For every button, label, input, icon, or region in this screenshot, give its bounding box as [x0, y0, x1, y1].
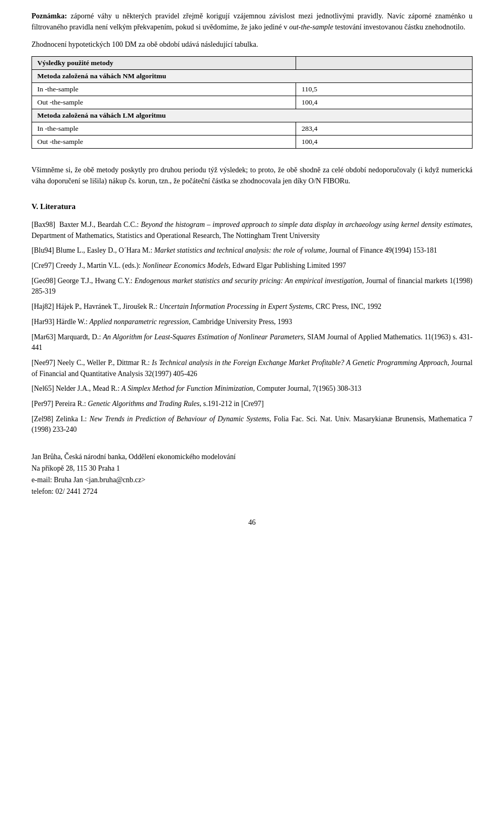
ref-Mar63: [Mar63] Marquardt, D.: An Algorithm for … [32, 332, 472, 354]
page-number: 46 [32, 518, 472, 527]
ref-Zel98: [Zel98] Zelinka I.: New Trends in Predic… [32, 414, 472, 435]
note-label: Poznámka: [32, 12, 67, 20]
ref-Mar63-italic: An Algorithm for Least-Squares Estimatio… [103, 333, 306, 341]
table-cell-out-lm-val: 100,4 [296, 136, 472, 149]
table-header-col1: Výsledky použité metody [32, 57, 296, 70]
ref-Blu94-italic: Market statistics and technical analysis… [154, 246, 327, 254]
table-row: Out -the-sample 100,4 [32, 136, 472, 149]
table-subheader-nm: Metoda založená na váhách NM algoritmu [32, 70, 472, 83]
contact-line1: Jan Brůha, Česká národní banka, Oddělení… [32, 451, 472, 463]
ref-Nel65-italic: A Simplex Method for Function Minimizati… [121, 384, 255, 392]
table-cell-out-nm: Out -the-sample [32, 96, 296, 109]
table-cell-in-nm-val: 110,5 [296, 83, 472, 96]
results-table: Výsledky použité metody Metoda založená … [32, 56, 472, 149]
ref-Cre97: [Cre97] Creedy J., Martin V.L. (eds.): N… [32, 261, 472, 272]
ref-Zel98-italic: New Trends in Prediction of Behaviour of… [89, 415, 271, 423]
table-row: Out -the-sample 100,4 [32, 96, 472, 109]
ref-Cre97-italic: Nonlinear Economics Models, [142, 262, 230, 269]
table-cell-out-lm: Out -the-sample [32, 136, 296, 149]
paragraph-2: Zhodnocení hypotetických 100 DM za obě o… [32, 39, 472, 50]
ref-Haj82-italic: Uncertain Information Processing in Expe… [159, 303, 314, 310]
contact-line2: Na příkopě 28, 115 30 Praha 1 [32, 463, 472, 474]
ref-Bax98: [Bax98] Baxter M.J., Beardah C.C.: Beyon… [32, 220, 472, 241]
ref-Nee97-italic: Is Technical analysis in the Foreign Exc… [152, 359, 449, 367]
table-cell-in-lm: In -the-sample [32, 122, 296, 136]
ref-Haj82: [Haj82] Hájek P., Havránek T., Jiroušek … [32, 302, 472, 313]
contact-block: Jan Brůha, Česká národní banka, Oddělení… [32, 451, 472, 497]
table-header-row: Výsledky použité metody [32, 57, 472, 70]
ref-Per97-italic: Genetic Algorithms and Trading Rules, [88, 400, 201, 408]
table-subheader-lm-label: Metoda založená na váhách LM algoritmu [32, 109, 472, 122]
page-content: Poznámka: záporné váhy u některých pravi… [32, 11, 472, 527]
contact-line4: telefon: 02/ 2441 2724 [32, 486, 472, 497]
ref-Har93: [Har93] Härdle W.: Applied nonparametric… [32, 317, 472, 328]
table-cell-in-lm-val: 283,4 [296, 122, 472, 136]
table-subheader-lm: Metoda založená na váhách LM algoritmu [32, 109, 472, 122]
ref-Har93-italic: Applied nonparametric regression, [89, 318, 191, 326]
paragraph-1: Poznámka: záporné váhy u některých pravi… [32, 11, 472, 33]
ref-Geo98: [Geo98] George T.J., Hwang C.Y.: Endogen… [32, 276, 472, 297]
paragraph-3: Všimněme si, že obě metody poskytly pro … [32, 164, 472, 186]
ref-Nee97: [Nee97] Neely C., Weller P., Dittmar R.:… [32, 358, 472, 379]
ref-Bax98-italic: Beyond the histogram – improved approach… [141, 221, 472, 228]
ref-Nel65: [Nel65] Nelder J.A., Mead R.: A Simplex … [32, 383, 472, 394]
table-cell-out-nm-val: 100,4 [296, 96, 472, 109]
ref-Geo98-italic: Endogenous market statistics and securit… [134, 277, 364, 285]
literatura-section: V. Literatura [Bax98] Baxter M.J., Beard… [32, 202, 472, 435]
ref-Per97: [Per97] Pereira R.: Genetic Algorithms a… [32, 399, 472, 410]
table-header-col2 [296, 57, 472, 70]
table-row: In -the-sample 283,4 [32, 122, 472, 136]
table-subheader-nm-label: Metoda založená na váhách NM algoritmu [32, 70, 472, 83]
contact-line3: e-mail: Bruha Jan <jan.bruha@cnb.cz> [32, 474, 472, 486]
literatura-title: V. Literatura [32, 202, 472, 211]
table-cell-in-nm: In -the-sample [32, 83, 296, 96]
ref-Blu94: [Blu94] Blume L., Easley D., O´Hara M.: … [32, 245, 472, 256]
table-row: In -the-sample 110,5 [32, 83, 472, 96]
